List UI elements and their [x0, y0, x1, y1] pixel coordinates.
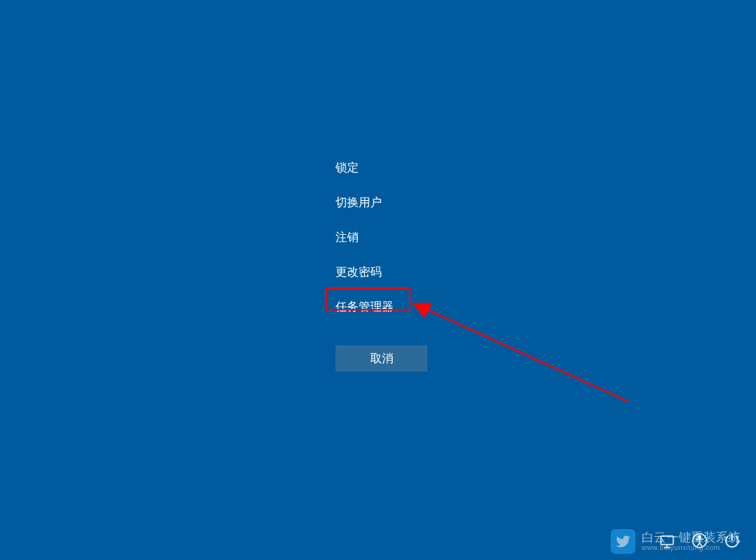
security-options-menu: 锁定 切换用户 注销 更改密码 任务管理器: [335, 151, 393, 324]
bottom-icons-container: [659, 532, 741, 549]
switch-user-option[interactable]: 切换用户: [335, 185, 393, 220]
lock-option[interactable]: 锁定: [335, 151, 393, 185]
sign-out-option[interactable]: 注销: [335, 220, 393, 255]
cancel-button[interactable]: 取消: [335, 345, 427, 372]
svg-line-10: [700, 543, 702, 546]
annotation-arrow: [412, 303, 636, 411]
svg-line-1: [426, 309, 628, 402]
power-icon[interactable]: [724, 532, 741, 549]
change-password-option[interactable]: 更改密码: [335, 255, 393, 290]
watermark-logo-icon: [611, 529, 635, 554]
svg-rect-2: [661, 536, 673, 545]
network-icon[interactable]: [659, 532, 676, 549]
task-manager-option[interactable]: 任务管理器: [335, 290, 393, 324]
svg-point-6: [699, 536, 701, 538]
ease-of-access-icon[interactable]: [691, 532, 708, 549]
